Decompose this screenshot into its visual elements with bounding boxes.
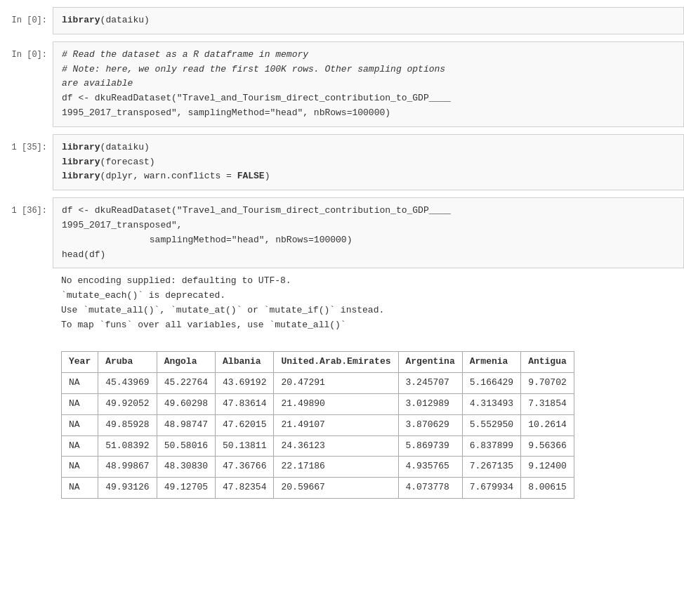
- table-row: NA 49.93126 49.12705 47.82354 20.59667 4…: [62, 478, 574, 499]
- keyword: library: [62, 15, 100, 25]
- cell-argentina: 3.245707: [398, 373, 462, 394]
- cell-antigua: 8.00615: [521, 478, 574, 499]
- cell-albania: 50.13811: [216, 435, 274, 457]
- cell-aruba: 51.08392: [98, 435, 157, 457]
- table-row: NA 49.92052 49.60298 47.83614 21.49890 3…: [62, 393, 574, 414]
- cell-4: 1 [36]: df <- dkuReadDataset("Travel_and…: [0, 197, 684, 268]
- output-table: Year Aruba Angola Albania United.Arab.Em…: [61, 351, 574, 499]
- table-row: NA 51.08392 50.58016 50.13811 24.36123 5…: [62, 435, 574, 457]
- cell-albania: 47.36766: [216, 457, 274, 478]
- cell-argentina: 4.073778: [398, 478, 462, 499]
- cell-1: In [0]: library(dataiku): [0, 7, 684, 34]
- cell-armenia: 6.837899: [462, 435, 520, 457]
- cell-year: NA: [62, 457, 98, 478]
- output-text: No encoding supplied: defaulting to UTF-…: [53, 270, 684, 503]
- cell-angola: 45.22764: [157, 373, 215, 394]
- cell-4-content[interactable]: df <- dkuReadDataset("Travel_and_Tourism…: [53, 197, 684, 268]
- cell-aruba: 48.99867: [98, 457, 157, 478]
- cell-uae: 20.59667: [274, 478, 398, 499]
- cell-year: NA: [62, 435, 98, 457]
- cell-albania: 47.82354: [216, 478, 274, 499]
- cell-albania: 47.83614: [216, 393, 274, 414]
- cell-angola: 48.30830: [157, 457, 215, 478]
- col-uae: United.Arab.Emirates: [274, 352, 398, 373]
- cell-antigua: 9.70702: [521, 373, 574, 394]
- cell-antigua: 10.2614: [521, 414, 574, 435]
- col-argentina: Argentina: [398, 352, 462, 373]
- cell-armenia: 7.679934: [462, 478, 520, 499]
- notebook: In [0]: library(dataiku) In [0]: # Read …: [0, 0, 684, 616]
- cell-argentina: 4.935765: [398, 457, 462, 478]
- cell-aruba: 49.92052: [98, 393, 157, 414]
- cell-antigua: 9.12400: [521, 457, 574, 478]
- cell-antigua: 9.56366: [521, 435, 574, 457]
- cell-year: NA: [62, 373, 98, 394]
- cell-3: 1 [35]: library(dataiku) library(forecas…: [0, 134, 684, 190]
- cell-angola: 49.12705: [157, 478, 215, 499]
- cell-3-content[interactable]: library(dataiku) library(forecast) libra…: [53, 134, 684, 190]
- cell-aruba: 49.85928: [98, 414, 157, 435]
- col-albania: Albania: [216, 352, 274, 373]
- col-year: Year: [62, 352, 98, 373]
- table-row: NA 45.43969 45.22764 43.69192 20.47291 3…: [62, 373, 574, 394]
- cell-armenia: 5.552950: [462, 414, 520, 435]
- cell-uae: 24.36123: [274, 435, 398, 457]
- cell-argentina: 3.012989: [398, 393, 462, 414]
- cell-angola: 48.98747: [157, 414, 215, 435]
- col-armenia: Armenia: [462, 352, 520, 373]
- keyword: library: [62, 157, 100, 167]
- cell-2: In [0]: # Read the dataset as a R datafr…: [0, 41, 684, 127]
- cell-albania: 47.62015: [216, 414, 274, 435]
- keyword: library: [62, 142, 100, 152]
- comment: # Read the dataset as a R dataframe in m…: [62, 49, 445, 89]
- cell-uae: 20.47291: [274, 373, 398, 394]
- cell-1-label: In [0]:: [0, 7, 53, 34]
- col-angola: Angola: [157, 352, 215, 373]
- cell-angola: 50.58016: [157, 435, 215, 457]
- table-row: NA 49.85928 48.98747 47.62015 21.49107 3…: [62, 414, 574, 435]
- keyword: library: [62, 171, 100, 181]
- cell-2-content[interactable]: # Read the dataset as a R dataframe in m…: [53, 41, 684, 127]
- output-label: [0, 270, 53, 503]
- cell-argentina: 5.869739: [398, 435, 462, 457]
- col-aruba: Aruba: [98, 352, 157, 373]
- cell-armenia: 4.313493: [462, 393, 520, 414]
- cell-uae: 22.17186: [274, 457, 398, 478]
- cell-4-label: 1 [36]:: [0, 197, 53, 268]
- cell-aruba: 45.43969: [98, 373, 157, 394]
- cell-angola: 49.60298: [157, 393, 215, 414]
- cell-armenia: 7.267135: [462, 457, 520, 478]
- cell-uae: 21.49890: [274, 393, 398, 414]
- cell-1-content[interactable]: library(dataiku): [53, 7, 684, 34]
- cell-3-label: 1 [35]:: [0, 134, 53, 190]
- cell-year: NA: [62, 414, 98, 435]
- cell-4-output: No encoding supplied: defaulting to UTF-…: [0, 270, 684, 503]
- table-row: NA 48.99867 48.30830 47.36766 22.17186 4…: [62, 457, 574, 478]
- cell-argentina: 3.870629: [398, 414, 462, 435]
- cell-armenia: 5.166429: [462, 373, 520, 394]
- keyword: FALSE: [237, 171, 265, 181]
- table-header-row: Year Aruba Angola Albania United.Arab.Em…: [62, 352, 574, 373]
- cell-uae: 21.49107: [274, 414, 398, 435]
- col-antigua: Antigua: [521, 352, 574, 373]
- cell-year: NA: [62, 478, 98, 499]
- cell-albania: 43.69192: [216, 373, 274, 394]
- cell-antigua: 7.31854: [521, 393, 574, 414]
- cell-2-label: In [0]:: [0, 41, 53, 127]
- cell-year: NA: [62, 393, 98, 414]
- cell-aruba: 49.93126: [98, 478, 157, 499]
